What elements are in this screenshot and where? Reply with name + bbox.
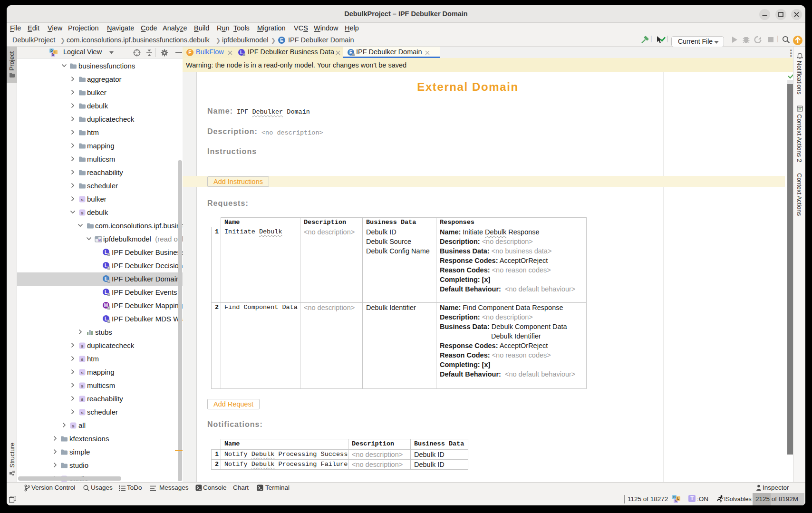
svg-text:s: s [81, 343, 83, 348]
svg-text:L: L [105, 263, 107, 268]
svg-text:E: E [349, 50, 353, 55]
svg-text:M: M [98, 238, 102, 242]
svg-text:F: F [188, 49, 192, 55]
svg-text:E: E [105, 276, 108, 281]
svg-text:s: s [81, 197, 83, 202]
svg-text:s: s [81, 357, 83, 362]
svg-text:s: s [81, 397, 83, 402]
svg-text:L: L [105, 290, 107, 295]
svg-text:s: s [81, 370, 83, 375]
svg-text:D: D [673, 495, 676, 499]
svg-text:L: L [105, 316, 107, 321]
svg-text:L: L [105, 250, 107, 255]
svg-text:L: L [240, 50, 243, 55]
svg-text:E: E [280, 37, 283, 43]
svg-text:M: M [104, 303, 108, 308]
svg-text:L: L [677, 497, 679, 500]
svg-text:L: L [55, 50, 57, 54]
svg-text:D: D [50, 49, 53, 52]
svg-text:s: s [72, 423, 74, 428]
svg-text:s: s [81, 410, 83, 415]
svg-text:s: s [81, 210, 83, 215]
svg-text:s: s [81, 383, 83, 388]
